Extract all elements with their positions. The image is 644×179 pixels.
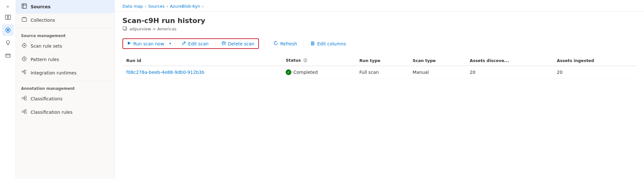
copy-icon (122, 26, 128, 32)
svg-point-3 (7, 29, 9, 31)
table-row: f08c278a-beeb-4e88-9db0-912b3b Completed… (122, 66, 636, 79)
classifications-label: Classifications (31, 96, 62, 101)
status-completed: Completed (286, 69, 352, 75)
svg-line-43 (184, 42, 185, 43)
breadcrumb-data-map[interactable]: Data map (122, 4, 143, 9)
col-scan-type: Scan type (409, 55, 466, 66)
svg-point-4 (6, 41, 10, 44)
svg-rect-12 (22, 18, 26, 21)
breadcrumb-sep-2: › (166, 4, 168, 9)
sidebar: Sources Collections Source management Sc… (16, 0, 115, 179)
svg-point-20 (24, 58, 25, 59)
page-title: Scan-c9H run history (122, 17, 636, 25)
svg-line-38 (24, 110, 25, 112)
cell-assets-ingested: 20 (553, 66, 637, 79)
run-id-link[interactable]: f08c278a-beeb-4e88-9db0-912b3b (126, 70, 204, 75)
cell-scan-type: Manual (409, 66, 466, 79)
status-info-icon[interactable]: ⓘ (304, 58, 307, 63)
svg-point-14 (24, 45, 25, 46)
page-subtitle: adpurview > Americas (122, 26, 636, 32)
svg-line-34 (24, 98, 25, 99)
table-container: Run id Status ⓘ Run type Scan type Asset… (115, 55, 644, 79)
run-scan-now-dropdown[interactable]: ▾ (168, 40, 172, 48)
refresh-button[interactable]: Refresh (269, 39, 301, 49)
delete-scan-button[interactable]: Delete scan (218, 39, 258, 48)
scan-history-table: Run id Status ⓘ Run type Scan type Asset… (122, 55, 636, 79)
page-header: Scan-c9H run history adpurview > America… (115, 12, 644, 36)
svg-rect-0 (5, 15, 8, 19)
svg-rect-25 (22, 71, 24, 72)
toolbar-sep-3 (264, 40, 264, 48)
breadcrumb: Data map › Sources › AzureBlob-6yn › (115, 0, 644, 12)
collapse-rail-button[interactable]: » (2, 3, 14, 10)
refresh-icon (273, 41, 278, 47)
divider-1 (16, 28, 114, 28)
edit-columns-icon (310, 41, 315, 47)
cell-run-type: Full scan (355, 66, 409, 79)
edit-scan-button[interactable]: Edit scan (178, 39, 212, 48)
svg-point-36 (25, 109, 26, 111)
breadcrumb-sources[interactable]: Sources (148, 4, 165, 9)
svg-rect-44 (222, 42, 225, 45)
svg-point-35 (22, 111, 24, 113)
cell-run-id: f08c278a-beeb-4e88-9db0-912b3b (122, 66, 282, 79)
run-scan-now-icon (127, 41, 131, 46)
svg-point-31 (25, 96, 26, 98)
col-assets-ingested: Assets ingested (553, 55, 637, 66)
status-completed-icon (286, 69, 291, 75)
toolbar-sep-2 (215, 40, 215, 48)
toolbar-row: Run scan now ▾ Edit scan (115, 36, 644, 51)
col-run-type: Run type (355, 55, 409, 66)
integration-runtimes-label: Integration runtimes (31, 70, 77, 75)
classification-rules-icon (21, 109, 27, 116)
sidebar-item-classification-rules[interactable]: Classification rules (16, 105, 114, 119)
svg-rect-1 (8, 15, 11, 19)
sidebar-item-scan-rule-sets[interactable]: Scan rule sets (16, 39, 114, 53)
table-header-row: Run id Status ⓘ Run type Scan type Asset… (122, 55, 636, 66)
col-run-id: Run id (122, 55, 282, 66)
scan-rule-sets-icon (21, 43, 27, 50)
svg-marker-42 (128, 42, 131, 45)
catalog-nav-icon[interactable] (2, 24, 14, 36)
sidebar-item-pattern-rules[interactable]: Pattern rules (16, 53, 114, 66)
svg-point-37 (25, 112, 26, 114)
breadcrumb-sep-1: › (145, 4, 146, 9)
sidebar-item-collections[interactable]: Collections (16, 13, 114, 27)
svg-line-33 (24, 97, 25, 98)
collections-label: Collections (31, 18, 55, 23)
classification-rules-label: Classification rules (31, 110, 73, 115)
svg-point-32 (25, 98, 26, 100)
classifications-icon (21, 95, 27, 102)
svg-rect-41 (123, 27, 126, 30)
sidebar-item-integration-runtimes[interactable]: Integration runtimes (16, 66, 114, 80)
svg-rect-7 (6, 54, 10, 57)
svg-rect-9 (22, 4, 26, 8)
toolbar-sep-4 (304, 40, 304, 48)
insights-nav-icon[interactable] (2, 37, 14, 49)
run-scan-now-button[interactable]: Run scan now (123, 39, 168, 48)
page-subtitle-text: adpurview > Americas (129, 27, 177, 31)
sidebar-item-sources[interactable]: Sources (16, 0, 114, 13)
col-status: Status ⓘ (282, 55, 355, 66)
sources-label: Sources (31, 4, 51, 9)
icon-rail: » (0, 0, 16, 179)
col-assets-discovered: Assets discove... (466, 55, 553, 66)
edit-scan-icon (182, 41, 186, 46)
divider-2 (16, 81, 114, 81)
breadcrumb-azureblob[interactable]: AzureBlob-6yn (170, 4, 200, 9)
svg-point-30 (22, 97, 24, 99)
pattern-rules-label: Pattern rules (31, 57, 59, 62)
cell-assets-discovered: 20 (466, 66, 553, 79)
pattern-rules-icon (21, 56, 27, 63)
annotation-management-header: Annotation management (16, 82, 114, 92)
source-management-header: Source management (16, 30, 114, 39)
integration-runtimes-icon (21, 69, 27, 76)
data-map-nav-icon[interactable] (2, 12, 14, 23)
sidebar-item-classifications[interactable]: Classifications (16, 92, 114, 105)
breadcrumb-sep-3: › (202, 4, 204, 9)
edit-columns-button[interactable]: Edit columns (306, 39, 350, 49)
management-nav-icon[interactable] (2, 50, 14, 61)
scan-rule-sets-label: Scan rule sets (31, 43, 62, 49)
collections-icon (21, 17, 27, 24)
toolbar-sep-1 (175, 40, 175, 48)
